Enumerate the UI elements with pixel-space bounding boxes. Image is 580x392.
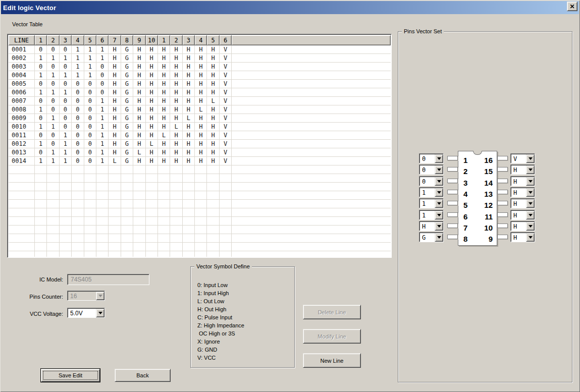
vector-value-cell: G <box>121 71 133 80</box>
table-row[interactable]: 0005000000HGHHHHHHHV <box>9 80 391 88</box>
chevron-down-icon[interactable] <box>96 309 104 317</box>
table-row[interactable]: 0006111000HGHHHHHHHV <box>9 88 391 97</box>
table-row[interactable]: 0004111110HGHHHHHHHV <box>9 71 391 80</box>
pin-9-select[interactable]: H <box>510 232 535 242</box>
table-row[interactable]: 0009010001HGHHHHLHHV <box>9 114 391 123</box>
empty-cell <box>9 165 35 174</box>
empty-cell <box>47 191 59 200</box>
empty-cell <box>121 165 133 174</box>
pin-number-6: 6 <box>463 212 467 222</box>
vector-value-cell: H <box>207 45 219 54</box>
empty-cell <box>133 174 145 183</box>
chevron-down-icon[interactable] <box>526 165 535 174</box>
vector-value-cell: H <box>170 105 182 114</box>
table-row[interactable]: 0007000001HGHHHHHHLV <box>9 97 391 105</box>
vector-value-cell: 1 <box>47 114 59 123</box>
table-row[interactable]: 0001000111HGHHHHHHHV <box>9 45 391 54</box>
chevron-down-icon[interactable] <box>526 222 535 231</box>
chevron-down-icon[interactable] <box>435 222 443 231</box>
table-header-cell: 8 <box>121 35 133 45</box>
row-filler-cell <box>232 45 391 54</box>
vector-value-cell: L <box>109 157 121 165</box>
vector-value-cell: 0 <box>84 105 96 114</box>
pin-10-select[interactable]: H <box>510 221 535 231</box>
pin-13-value: H <box>511 188 526 197</box>
empty-cell <box>109 226 121 234</box>
symbol-define-item: C: Pulse Input <box>197 313 290 321</box>
table-header-filler <box>232 35 391 45</box>
chevron-down-icon[interactable] <box>435 199 443 208</box>
chevron-down-icon[interactable] <box>435 165 443 174</box>
table-row[interactable]: 0008100001HGHHHHHLHV <box>9 105 391 114</box>
empty-cell <box>170 174 182 183</box>
empty-cell <box>170 208 182 217</box>
empty-cell <box>220 251 232 257</box>
table-row[interactable]: 0013011001HGLHHHHHHV <box>9 148 391 157</box>
vcc-voltage-select[interactable]: 5.0V <box>67 308 105 318</box>
vector-value-cell: 1 <box>96 140 109 148</box>
pin-1-select[interactable]: 0 <box>419 153 444 163</box>
vector-value-cell: 0 <box>72 148 84 157</box>
chevron-down-icon[interactable] <box>526 233 535 242</box>
pin-11-select[interactable]: H <box>510 210 535 220</box>
chip-notch-icon <box>473 151 482 155</box>
pin-4-select[interactable]: 1 <box>419 187 444 197</box>
row-filler-cell <box>232 131 391 140</box>
empty-cell <box>109 191 121 200</box>
pin-6-select[interactable]: 1 <box>419 210 444 220</box>
pin-14-select[interactable]: H <box>510 176 535 186</box>
chevron-down-icon[interactable] <box>526 199 535 208</box>
empty-cell <box>220 165 232 174</box>
vector-value-cell: G <box>121 148 133 157</box>
table-row[interactable]: 0010110001HGHHHLHHHV <box>9 123 391 131</box>
save-edit-button[interactable]: Save Edit <box>41 369 100 382</box>
pin-8-select[interactable]: G <box>419 232 444 242</box>
pin-7-select[interactable]: H <box>419 221 444 231</box>
table-row[interactable]: 0014111001LGHHHHHHHV <box>9 157 391 165</box>
empty-cell <box>9 174 35 183</box>
empty-cell <box>9 234 35 243</box>
empty-cell <box>232 226 391 234</box>
chevron-down-icon[interactable] <box>435 154 443 163</box>
chevron-down-icon[interactable] <box>435 188 443 197</box>
vector-value-cell: H <box>133 97 145 105</box>
empty-cell <box>158 174 170 183</box>
pin-15-select[interactable]: H <box>510 164 535 175</box>
pin-9-lead <box>497 235 508 239</box>
pin-12-select[interactable]: H <box>510 198 535 208</box>
row-filler-cell <box>232 63 391 71</box>
chevron-down-icon[interactable] <box>435 211 443 219</box>
chevron-down-icon[interactable] <box>526 177 535 186</box>
chevron-down-icon[interactable] <box>435 233 443 242</box>
empty-cell <box>183 191 195 200</box>
empty-cell <box>121 217 133 226</box>
symbol-define-item: OC High or 3S <box>197 329 290 338</box>
empty-cell <box>35 243 47 251</box>
pin-3-select[interactable]: 0 <box>419 176 444 186</box>
vector-value-cell: 1 <box>96 114 109 123</box>
table-row[interactable]: 0012101001HGHLHHHHHV <box>9 140 391 148</box>
vector-value-cell: H <box>183 63 195 71</box>
close-button[interactable]: ✕ <box>567 2 577 11</box>
vector-value-cell: H <box>170 148 182 157</box>
table-row[interactable]: 0003000110HGHHHHHHHV <box>9 63 391 71</box>
chevron-down-icon[interactable] <box>526 211 535 219</box>
new-line-button[interactable]: New Line <box>303 353 361 368</box>
table-row[interactable]: 0011001001HGHHLHHHHV <box>9 131 391 140</box>
empty-cell <box>72 226 84 234</box>
back-button[interactable]: Back <box>115 369 171 382</box>
pin-2-select[interactable]: 0 <box>419 164 444 175</box>
empty-cell <box>220 208 232 217</box>
vector-table-grid[interactable]: LINE12345678910123456 0001000111HGHHHHHH… <box>7 34 392 258</box>
pin-5-select[interactable]: 1 <box>419 198 444 208</box>
pin-6-lead <box>447 212 458 217</box>
chevron-down-icon[interactable] <box>526 154 535 163</box>
vector-value-cell: 1 <box>35 123 47 131</box>
chevron-down-icon[interactable] <box>435 177 443 186</box>
table-row[interactable]: 0002111111HGHHHHHHHV <box>9 54 391 63</box>
pin-16-select[interactable]: V <box>510 153 535 163</box>
chevron-down-icon[interactable] <box>526 188 535 197</box>
vector-value-cell: 0 <box>47 63 59 71</box>
vector-value-cell: H <box>195 148 207 157</box>
pin-13-select[interactable]: H <box>510 187 535 197</box>
